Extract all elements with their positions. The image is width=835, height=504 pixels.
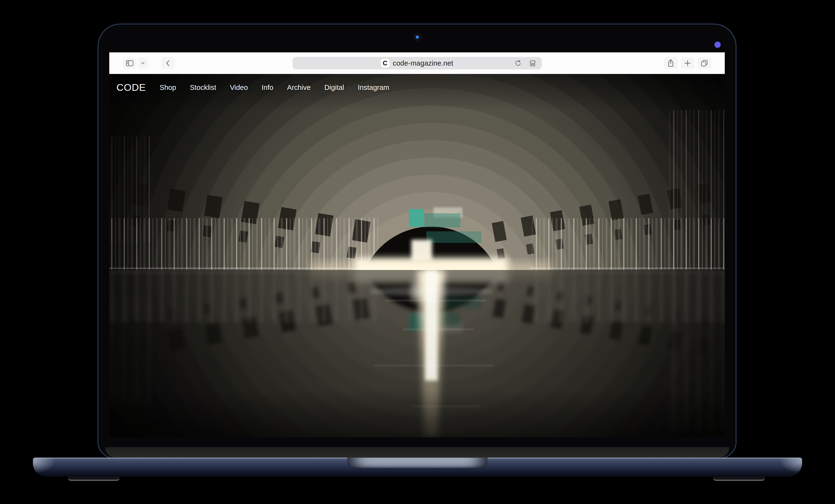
tab-group-chevron-button[interactable] — [138, 57, 148, 69]
site-logo[interactable]: CODE — [117, 82, 146, 93]
chevron-left-icon — [164, 59, 172, 67]
laptop-lid-chin — [105, 447, 729, 458]
nav-link-archive[interactable]: Archive — [287, 83, 310, 92]
nav-link-shop[interactable]: Shop — [160, 83, 176, 92]
tabs-icon — [700, 59, 709, 67]
new-tab-button[interactable] — [680, 57, 694, 69]
url-text: code-magazine.net — [393, 59, 453, 67]
sidebar-icon — [125, 59, 134, 67]
webcam-led — [416, 36, 419, 39]
address-bar-icons — [514, 57, 537, 69]
laptop-foot-right — [713, 477, 765, 481]
nav-link-video[interactable]: Video — [230, 83, 248, 92]
browser-toolbar: C code-magazine.net — [109, 53, 725, 74]
tunnel-photo — [109, 74, 725, 437]
plus-icon — [684, 59, 692, 67]
tab-overview-button[interactable] — [697, 57, 711, 69]
nav-link-info[interactable]: Info — [262, 83, 273, 92]
nav-link-digital[interactable]: Digital — [324, 83, 344, 92]
reload-button[interactable] — [514, 57, 522, 69]
base-edge-highlight-right — [766, 458, 802, 477]
share-icon — [667, 59, 675, 67]
site-favicon: C — [381, 59, 389, 67]
address-bar[interactable]: C code-magazine.net — [292, 57, 542, 69]
web-page: CODE Shop Stocklist Video Info Archive D… — [109, 74, 725, 437]
sidebar-toggle-button[interactable] — [123, 57, 137, 69]
reload-icon — [514, 59, 522, 67]
share-button[interactable] — [664, 57, 678, 69]
scene: C code-magazine.net — [0, 0, 835, 504]
base-edge-highlight-left — [33, 458, 69, 477]
toolbar-right-group — [664, 57, 711, 69]
nav-link-instagram[interactable]: Instagram — [358, 83, 389, 92]
laptop-lid-notch — [347, 458, 488, 468]
site-nav: CODE Shop Stocklist Video Info Archive D… — [109, 74, 725, 101]
page-settings-button[interactable] — [528, 57, 537, 69]
laptop-foot-left — [68, 477, 120, 481]
chevron-down-icon — [140, 60, 146, 66]
nav-link-stocklist[interactable]: Stocklist — [190, 83, 216, 92]
webcam — [414, 34, 421, 41]
reader-icon — [529, 59, 537, 67]
toolbar-left-group — [123, 57, 175, 69]
laptop-screen: C code-magazine.net — [109, 53, 725, 437]
back-button[interactable] — [161, 57, 175, 69]
pointer-dot — [714, 42, 721, 48]
